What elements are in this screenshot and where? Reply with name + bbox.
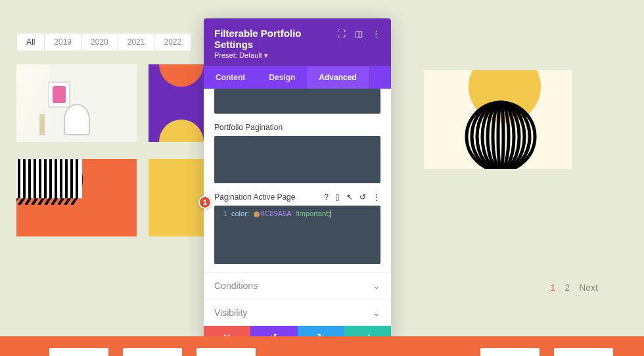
svg-point-14	[477, 102, 524, 169]
page-1[interactable]: 1	[551, 282, 556, 293]
page-2[interactable]: 2	[564, 282, 570, 293]
focus-icon[interactable]: ⛶	[337, 29, 346, 39]
line-number: 1	[217, 210, 227, 217]
filter-2020[interactable]: 2020	[81, 33, 118, 51]
svg-point-18	[498, 102, 503, 169]
page-next[interactable]: Next	[579, 282, 598, 293]
text-cursor	[331, 210, 331, 218]
settings-panel: Filterable Portfolio Settings Preset: De…	[204, 18, 391, 349]
reset-icon[interactable]: ↺	[359, 192, 366, 202]
code-semicolon: ;	[328, 210, 330, 217]
label-portfolio-pagination: Portfolio Pagination	[214, 123, 283, 132]
portfolio-item[interactable]	[16, 159, 137, 236]
kebab-icon[interactable]: ⋮	[372, 29, 380, 39]
filter-2022[interactable]: 2022	[154, 33, 191, 51]
svg-point-13	[472, 102, 530, 169]
accordion-visibility[interactable]: Visibility⌄	[204, 299, 391, 326]
svg-point-17	[493, 102, 509, 169]
accordion-conditions[interactable]: Conditions⌄	[204, 272, 391, 299]
filter-all[interactable]: All	[16, 33, 45, 51]
kebab-icon[interactable]: ⋮	[373, 192, 380, 202]
code-value: #C89A5A	[261, 210, 292, 217]
chevron-down-icon: ⌄	[373, 280, 380, 291]
accordion-label: Visibility	[214, 307, 247, 318]
step-badge: 1	[198, 196, 212, 209]
preset-selector[interactable]: Preset: Default ▾	[214, 51, 337, 60]
footer-strips	[49, 348, 613, 356]
filter-2019[interactable]: 2019	[44, 33, 81, 51]
panel-tabs: Content Design Advanced	[204, 66, 391, 89]
color-swatch-icon	[254, 211, 260, 217]
css-textarea-pagination[interactable]	[214, 136, 380, 183]
portfolio-item[interactable]	[424, 70, 572, 169]
css-textarea-prev[interactable]	[214, 89, 380, 114]
css-textarea-active-page[interactable]: 1color: #C89A5A !important;	[214, 206, 380, 264]
tab-content[interactable]: Content	[204, 66, 257, 89]
mobile-icon[interactable]: ▯	[335, 192, 340, 202]
chevron-down-icon: ⌄	[373, 307, 380, 318]
cursor-icon[interactable]: ↖	[346, 192, 353, 202]
filter-2021[interactable]: 2021	[118, 33, 155, 51]
code-property: color:	[231, 210, 249, 217]
tab-design[interactable]: Design	[257, 66, 307, 89]
portfolio-item[interactable]	[16, 64, 137, 142]
help-icon[interactable]: ?	[324, 192, 329, 202]
label-pagination-active: Pagination Active Page	[214, 192, 295, 202]
columns-icon[interactable]: ◫	[355, 29, 363, 39]
panel-title: Filterable Portfolio Settings	[214, 28, 337, 50]
panel-header[interactable]: Filterable Portfolio Settings Preset: De…	[204, 18, 391, 66]
accordion-label: Conditions	[214, 280, 258, 291]
tab-advanced[interactable]: Advanced	[307, 66, 368, 89]
code-important: !important	[296, 210, 328, 217]
pagination: 1 2 Next	[551, 282, 598, 293]
